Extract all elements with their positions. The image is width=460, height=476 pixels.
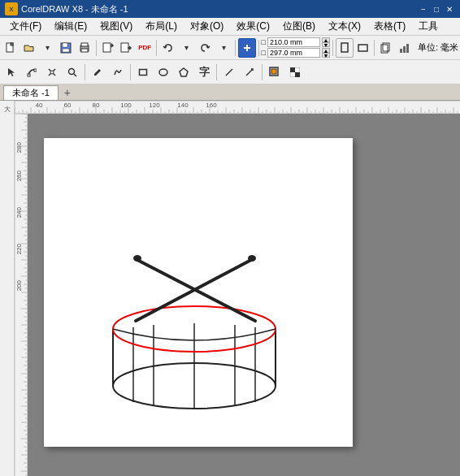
text-tool[interactable]: 字 bbox=[194, 63, 214, 82]
separator-5 bbox=[332, 40, 333, 56]
pages-button[interactable] bbox=[377, 38, 395, 58]
select-tool[interactable] bbox=[2, 63, 21, 82]
svg-line-33 bbox=[226, 69, 232, 76]
svg-rect-9 bbox=[103, 43, 111, 52]
menu-tools[interactable]: 工具 bbox=[412, 18, 445, 35]
left-ruler bbox=[15, 114, 28, 476]
rectangle-tool[interactable] bbox=[133, 63, 153, 82]
ltool-ruler: 大 bbox=[1, 102, 14, 115]
connector-tool[interactable] bbox=[240, 63, 259, 82]
svg-rect-17 bbox=[358, 45, 367, 51]
menu-table[interactable]: 表格(T) bbox=[367, 18, 412, 35]
left-toolbox: 大 bbox=[0, 101, 15, 476]
undo-button[interactable] bbox=[159, 38, 177, 58]
menu-file[interactable]: 文件(F) bbox=[3, 18, 48, 35]
drawing-content bbox=[40, 134, 349, 443]
menu-object[interactable]: 对象(O) bbox=[184, 18, 230, 35]
svg-rect-11 bbox=[121, 43, 128, 52]
export-web-button[interactable]: PDF bbox=[136, 38, 154, 58]
separator-3 bbox=[235, 40, 236, 56]
smart-fill-tool[interactable] bbox=[265, 63, 284, 82]
width-spinner[interactable]: ▲ ▼ bbox=[322, 37, 330, 47]
menu-view[interactable]: 视图(V) bbox=[93, 18, 139, 35]
add-tab-button[interactable]: + bbox=[60, 85, 75, 100]
export-button[interactable] bbox=[118, 38, 136, 58]
import-mode-button[interactable] bbox=[238, 38, 256, 58]
menu-bar: 文件(F) 编辑(E) 视图(V) 布局(L) 对象(O) 效果(C) 位图(B… bbox=[0, 18, 460, 36]
pen-tool[interactable] bbox=[88, 63, 107, 82]
separator-6 bbox=[374, 40, 375, 56]
separator-2 bbox=[156, 40, 157, 56]
close-button[interactable]: ✕ bbox=[444, 3, 455, 15]
main-toolbar: ▾ PDF bbox=[0, 36, 460, 60]
minimize-button[interactable]: − bbox=[418, 3, 429, 15]
zoom-tool[interactable] bbox=[63, 63, 82, 82]
menu-edit[interactable]: 编辑(E) bbox=[48, 18, 93, 35]
separator-t3 bbox=[216, 64, 217, 80]
shape-tool[interactable] bbox=[22, 63, 41, 82]
line-tool[interactable] bbox=[219, 63, 239, 82]
menu-text[interactable]: 文本(X) bbox=[322, 18, 367, 35]
import-button[interactable] bbox=[99, 38, 117, 58]
svg-rect-36 bbox=[271, 69, 276, 74]
width-input[interactable]: 210.0 mm bbox=[267, 37, 320, 47]
freehand-tool[interactable] bbox=[108, 63, 128, 82]
separator-t1 bbox=[85, 64, 85, 80]
window-controls: − □ ✕ bbox=[418, 3, 455, 15]
drawing-toolbar: 字 bbox=[0, 60, 460, 84]
svg-point-31 bbox=[159, 69, 167, 76]
svg-rect-23 bbox=[28, 74, 30, 76]
svg-rect-37 bbox=[290, 67, 295, 72]
tab-document-1[interactable]: 未命名 -1 bbox=[3, 85, 59, 100]
width-down[interactable]: ▼ bbox=[322, 42, 330, 47]
unit-label: 单位: 毫米 bbox=[418, 41, 458, 54]
open-recent-button[interactable]: ▾ bbox=[39, 38, 57, 58]
checker-tool[interactable] bbox=[285, 63, 305, 82]
window-title: CorelDRAW X8 - 未命名 -1 bbox=[21, 3, 418, 15]
chart-button[interactable] bbox=[396, 38, 414, 58]
svg-line-29 bbox=[74, 74, 76, 76]
svg-rect-4 bbox=[63, 43, 67, 47]
svg-rect-21 bbox=[403, 46, 406, 53]
height-input[interactable]: 297.0 mm bbox=[267, 48, 320, 58]
svg-rect-16 bbox=[341, 43, 348, 52]
svg-point-54 bbox=[248, 255, 256, 262]
separator-4 bbox=[258, 40, 259, 56]
svg-rect-40 bbox=[290, 72, 295, 77]
separator-1 bbox=[96, 40, 97, 56]
landscape-button[interactable] bbox=[354, 38, 372, 58]
redo-dropdown[interactable]: ▾ bbox=[215, 38, 232, 58]
svg-rect-20 bbox=[400, 49, 402, 53]
page-size-inputs: □ 210.0 mm ▲ ▼ □ 297.0 mm ▲ ▼ bbox=[262, 37, 330, 58]
svg-point-27 bbox=[50, 71, 54, 74]
ellipse-tool[interactable] bbox=[154, 63, 173, 82]
height-spinner[interactable]: ▲ ▼ bbox=[322, 48, 330, 58]
svg-rect-22 bbox=[406, 44, 409, 53]
svg-rect-38 bbox=[295, 72, 300, 77]
svg-point-28 bbox=[69, 68, 75, 74]
svg-rect-7 bbox=[81, 43, 88, 46]
svg-line-34 bbox=[246, 69, 253, 76]
drawing-canvas[interactable] bbox=[28, 114, 460, 476]
tab-bar: 未命名 -1 + bbox=[0, 84, 460, 101]
svg-rect-5 bbox=[63, 49, 69, 52]
new-button[interactable] bbox=[2, 38, 20, 58]
separator-t2 bbox=[130, 64, 131, 80]
svg-rect-30 bbox=[140, 69, 147, 75]
print-button[interactable] bbox=[76, 38, 93, 58]
separator-t4 bbox=[262, 64, 263, 80]
save-button[interactable] bbox=[57, 38, 75, 58]
menu-bitmap[interactable]: 位图(B) bbox=[276, 18, 322, 35]
polygon-tool[interactable] bbox=[174, 63, 193, 82]
svg-marker-32 bbox=[180, 68, 188, 76]
crop-tool[interactable] bbox=[42, 63, 62, 82]
maximize-button[interactable]: □ bbox=[431, 3, 442, 15]
menu-layout[interactable]: 布局(L) bbox=[139, 18, 184, 35]
menu-effect[interactable]: 效果(C) bbox=[230, 18, 276, 35]
redo-button[interactable] bbox=[196, 38, 214, 58]
undo-dropdown[interactable]: ▾ bbox=[178, 38, 196, 58]
height-down[interactable]: ▼ bbox=[322, 53, 330, 58]
app-logo: X bbox=[5, 2, 18, 15]
open-button[interactable] bbox=[20, 38, 38, 58]
portrait-button[interactable] bbox=[336, 38, 354, 58]
